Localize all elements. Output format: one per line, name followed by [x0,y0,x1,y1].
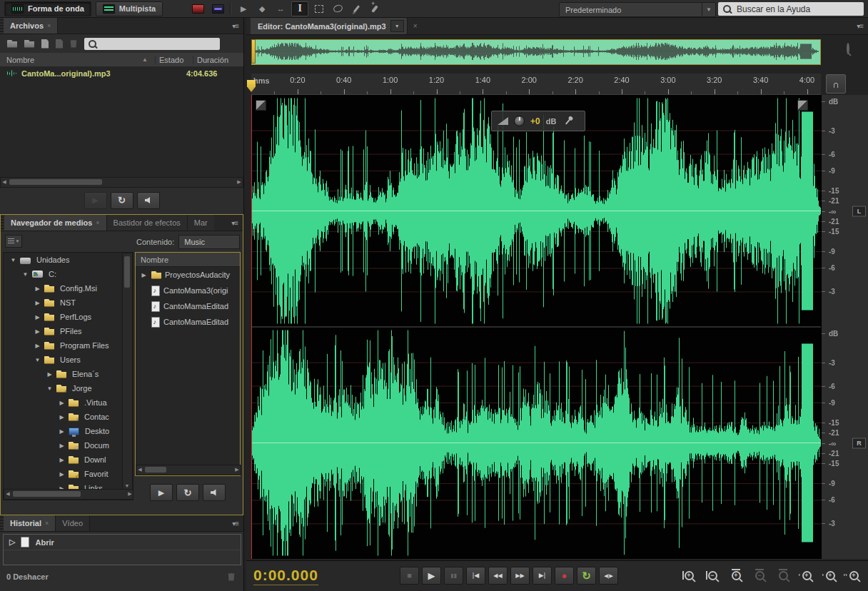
channel-badge-l[interactable]: L [852,206,866,216]
open-folder-icon[interactable] [7,40,17,48]
tree-item[interactable]: ▶↓Downl [4,453,133,467]
expand-arrow-icon[interactable]: ▶ [58,400,66,406]
tree-item[interactable]: ▶PerfLogs [4,310,133,324]
zoom-in-button[interactable]: + [680,567,697,585]
spectral-frequency-display-button[interactable] [190,2,206,16]
preview-play-button[interactable]: ▶ [150,484,173,501]
tree-item[interactable]: ▼Unidades [4,253,133,267]
column-estado[interactable]: Estado [155,56,193,64]
zoom-to-selection-button[interactable]: +‹› [845,567,862,585]
tab-historial[interactable]: Historial × [4,515,56,531]
tab-marcadores[interactable]: Mar [188,215,214,231]
import-file-icon[interactable] [24,40,34,48]
tab-bastidor-de-efectos[interactable]: Bastidor de efectos [107,215,188,231]
close-icon[interactable]: × [96,219,99,226]
view-mode-button[interactable]: ▼ [5,235,22,248]
tree-item[interactable]: ▼Users [4,353,133,367]
collapse-arrow-icon[interactable]: ▼ [21,271,29,278]
skip-to-start-button[interactable]: |◀ [466,567,485,585]
collapse-arrow-icon[interactable]: ▼ [9,257,17,263]
tree-vertical-scrollbar[interactable]: ▼ [122,253,133,490]
auto-play-button[interactable] [203,484,226,501]
tree-horizontal-scrollbar[interactable]: ◀▶ [4,489,133,500]
help-search-box[interactable] [718,2,864,16]
collapse-arrow-icon[interactable]: ▼ [46,385,54,392]
tree-item[interactable]: ▶Deskto [4,424,133,438]
zoom-out-button[interactable]: − [704,567,721,585]
gain-value[interactable]: +0 [530,116,540,126]
list-item[interactable]: CantoMamaEditad [136,314,240,330]
list-item[interactable]: CantoMamaEditad [136,298,240,314]
help-search-input[interactable] [735,4,852,15]
close-icon[interactable]: × [47,22,51,29]
record-button[interactable]: ● [555,567,574,585]
tree-item[interactable]: ▶PFiles [4,324,133,338]
channel-badge-r[interactable]: R [852,438,866,448]
expand-arrow-icon[interactable]: ▶ [58,428,66,435]
tree-item[interactable]: ▶Program Files [4,338,133,353]
loop-preview-button[interactable]: ↻ [176,484,199,501]
fast-forward-button[interactable]: ▶▶ [510,567,530,585]
trash-icon[interactable] [228,573,235,581]
paintbrush-tool[interactable] [348,2,364,16]
expand-arrow-icon[interactable]: ▶ [34,343,41,349]
tree-item[interactable]: ▼C: [4,267,133,281]
editor-file-dropdown[interactable]: ▼ [390,20,404,32]
timeline-ruler[interactable]: hms 0:200:401:001:201:402:002:202:403:00… [251,74,821,95]
zoom-in-at-in-point-button[interactable]: +‹ [798,567,815,585]
column-duracion[interactable]: Duración [193,56,228,64]
media-list-header[interactable]: Nombre [136,256,168,264]
gain-knob[interactable] [514,116,525,126]
amplitude-scale[interactable]: dB-3-6-9-15-21-∞-21-15-9-6-3LdB-3-6-9-15… [821,95,868,559]
tab-archivos[interactable]: Archivos × [4,18,58,34]
panel-menu-icon[interactable]: ▾≡ [227,515,243,531]
volume-hud[interactable]: +0 dB [491,111,585,131]
tree-item[interactable]: ▶★Favorit [4,467,133,481]
close-icon[interactable]: × [408,18,423,34]
column-nombre[interactable]: Nombre [0,56,142,64]
slip-tool[interactable]: ↔ [273,2,288,16]
panel-menu-icon[interactable]: ▾≡ [227,18,243,34]
workspace-selector[interactable]: Predeterminado ▼ [559,2,716,17]
tree-item[interactable]: ▶Elena´s [4,367,133,381]
tab-video[interactable]: Vídeo [56,515,90,531]
tree-item[interactable]: ▶▤Docum [4,438,133,453]
multitrack-view-button[interactable]: Multipista [96,1,163,16]
expand-arrow-icon[interactable]: ▶ [34,314,41,320]
tree-item[interactable]: ▶≡Contac [4,410,133,424]
spectral-pitch-display-button[interactable] [210,2,226,16]
expand-arrow-icon[interactable]: ▶ [34,300,41,306]
razor-tool[interactable]: ◆ [254,2,270,16]
overview-range-handle[interactable] [251,39,256,64]
sort-ascending-icon[interactable]: ▲ [142,56,155,63]
expand-arrow-icon[interactable]: ▶ [34,286,41,292]
waveform-display[interactable] [251,95,821,559]
tree-item[interactable]: ▶Config.Msi [4,281,133,296]
loop-playback-button[interactable]: ↻ [577,567,596,585]
waveform-overview[interactable] [251,39,821,65]
expand-arrow-icon[interactable]: ▶ [58,457,66,463]
expand-arrow-icon[interactable]: ▶ [58,471,66,478]
expand-arrow-icon[interactable]: ▶ [34,328,41,335]
expand-arrow-icon[interactable]: ▶ [46,371,54,378]
preview-play-button[interactable]: ▶ [84,192,107,209]
file-row[interactable]: CantoMa...original).mp34:04.636 [0,66,243,80]
list-item[interactable]: ▶ProyectosAudacity [136,267,240,283]
play-button[interactable]: ▶ [422,567,441,585]
fade-in-handle[interactable] [256,100,266,111]
tree-item[interactable]: ▼●Jorge [4,381,133,395]
zoom-in-amplitude-button[interactable]: + [727,567,745,585]
panel-menu-icon[interactable]: ▾≡ [852,18,868,34]
skip-to-end-button[interactable]: ▶| [533,567,552,585]
fade-out-handle[interactable] [797,100,808,111]
auto-play-button[interactable] [137,192,160,209]
loop-preview-button[interactable]: ↻ [111,192,133,209]
lasso-selection-tool[interactable] [330,2,345,16]
close-icon[interactable]: × [45,520,49,527]
tab-editor[interactable]: Editor: CantoMama3(original).mp3 ▼ [251,18,408,34]
expand-arrow-icon[interactable]: ▶ [58,443,66,449]
tree-item[interactable]: ▶.Virtua [4,395,133,410]
tree-item[interactable]: ▶NST [4,296,133,310]
expand-arrow-icon[interactable]: ▶ [58,414,66,420]
new-file-icon[interactable] [41,39,49,49]
